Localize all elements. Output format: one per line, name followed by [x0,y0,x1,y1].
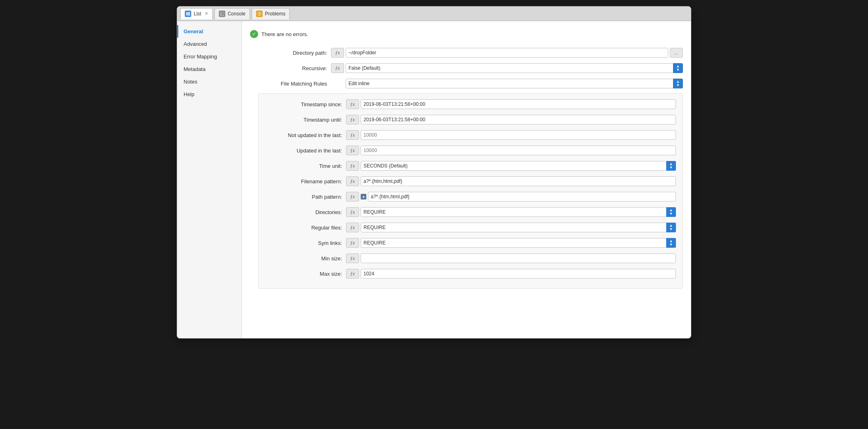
main-window: List ✕ >_ Console ! Problems General Adv… [177,6,691,339]
status-bar: ✓ There are no errors. [250,28,683,41]
updated-input[interactable] [361,146,676,155]
filename-pattern-fx[interactable]: ƒx [346,176,359,186]
problems-tab-label: Problems [265,11,286,17]
sidebar-item-error-mapping[interactable]: Error Mapping [177,50,242,63]
inline-fields-section: Timestamp since: ƒx Timestamp until: ƒx … [258,93,683,289]
sidebar-advanced-label: Advanced [184,41,207,47]
max-size-input[interactable] [361,269,676,279]
svg-text:>_: >_ [220,13,224,15]
path-pattern-small-icon: ■ [361,194,366,199]
path-pattern-input[interactable] [368,192,676,202]
path-pattern-label: Path pattern: [265,194,346,200]
sidebar-help-label: Help [184,91,195,97]
sidebar-metadata-label: Metadata [184,66,205,72]
updated-fx[interactable]: ƒx [346,146,359,155]
sym-links-row: Sym links: ƒx REQUIRE ALLOW DENY ▲▼ [265,237,676,249]
file-matching-row: File Matching Rules Edit inline Use exte… [250,78,683,89]
max-size-fx[interactable]: ƒx [346,269,359,279]
status-text: There are no errors. [261,31,308,37]
timestamp-since-row: Timestamp since: ƒx [265,99,676,110]
directory-path-label: Directory path: [250,50,331,56]
max-size-label: Max size: [265,271,346,277]
svg-rect-2 [188,13,190,14]
regular-files-select[interactable]: REQUIRE ALLOW DENY [361,223,676,232]
sym-links-select[interactable]: REQUIRE ALLOW DENY [361,238,676,248]
sidebar: General Advanced Error Mapping Metadata … [177,21,242,338]
directories-select[interactable]: REQUIRE ALLOW DENY [361,207,676,217]
list-tab-label: List [194,11,201,17]
recursive-row: Recursive: ƒx False (Default) True ▲▼ [250,62,683,74]
time-unit-fx[interactable]: ƒx [346,161,359,171]
sidebar-item-general[interactable]: General [177,25,242,38]
sym-links-label: Sym links: [265,240,346,246]
directory-path-input[interactable] [346,48,668,58]
not-updated-label: Not updated in the last: [265,132,346,138]
directory-path-fx[interactable]: ƒx [331,48,344,58]
filename-pattern-row: Filename pattern: ƒx [265,176,676,187]
content-panel: ✓ There are no errors. Directory path: ƒ… [242,21,691,338]
min-size-label: Min size: [265,255,346,262]
recursive-label: Recursive: [250,65,331,71]
not-updated-row: Not updated in the last: ƒx [265,129,676,141]
time-unit-label: Time unit: [265,163,346,169]
timestamp-until-input[interactable] [361,115,676,124]
console-tab-icon: >_ [219,11,225,17]
recursive-fx[interactable]: ƒx [331,63,344,73]
time-unit-row: Time unit: ƒx SECONDS (Default) MINUTES … [265,160,676,172]
list-tab-icon [185,11,191,17]
timestamp-until-row: Timestamp until: ƒx [265,114,676,125]
file-matching-label: File Matching Rules [250,81,331,87]
min-size-row: Min size: ƒx [265,253,676,264]
not-updated-input[interactable] [361,130,676,140]
console-tab-label: Console [228,11,246,17]
list-tab-close[interactable]: ✕ [205,11,208,16]
timestamp-until-label: Timestamp until: [265,117,346,123]
directory-path-row: Directory path: ƒx ... [250,47,683,58]
tab-console[interactable]: >_ Console [214,8,250,19]
updated-row: Updated in the last: ƒx [265,145,676,156]
tab-problems[interactable]: ! Problems [252,8,290,19]
tab-bar: List ✕ >_ Console ! Problems [177,6,691,21]
main-area: General Advanced Error Mapping Metadata … [177,21,691,338]
regular-files-fx[interactable]: ƒx [346,223,359,232]
directories-fx[interactable]: ƒx [346,207,359,217]
status-icon: ✓ [250,30,258,38]
directories-label: Directories: [265,209,346,215]
directories-row: Directories: ƒx REQUIRE ALLOW DENY ▲▼ [265,206,676,218]
time-unit-select[interactable]: SECONDS (Default) MINUTES HOURS DAYS [361,161,676,171]
timestamp-until-fx[interactable]: ƒx [346,115,359,124]
min-size-input[interactable] [361,253,676,263]
sym-links-fx[interactable]: ƒx [346,238,359,248]
svg-rect-3 [188,15,190,15]
problems-tab-icon: ! [256,11,263,17]
not-updated-fx[interactable]: ƒx [346,130,359,140]
filename-pattern-label: Filename pattern: [265,178,346,184]
tab-list[interactable]: List ✕ [180,8,213,19]
svg-rect-1 [188,12,190,13]
min-size-fx[interactable]: ƒx [346,253,359,263]
sidebar-item-advanced[interactable]: Advanced [177,38,242,50]
timestamp-since-input[interactable] [361,99,676,109]
filename-pattern-input[interactable] [361,176,676,186]
sidebar-item-metadata[interactable]: Metadata [177,63,242,75]
updated-label: Updated in the last: [265,148,346,154]
max-size-row: Max size: ƒx [265,268,676,279]
sidebar-item-notes[interactable]: Notes [177,75,242,88]
sidebar-error-mapping-label: Error Mapping [184,54,217,60]
svg-rect-0 [186,12,188,15]
regular-files-row: Regular files: ƒx REQUIRE ALLOW DENY ▲▼ [265,222,676,233]
file-matching-select[interactable]: Edit inline Use external file [346,79,683,88]
timestamp-since-label: Timestamp since: [265,101,346,107]
directory-path-browse[interactable]: ... [670,48,683,58]
path-pattern-row: Path pattern: ƒx ■ [265,191,676,202]
sidebar-notes-label: Notes [184,79,197,85]
path-pattern-fx[interactable]: ƒx [346,192,359,202]
recursive-select[interactable]: False (Default) True [346,63,683,73]
timestamp-since-fx[interactable]: ƒx [346,99,359,109]
sidebar-general-label: General [184,28,203,34]
sidebar-item-help[interactable]: Help [177,88,242,101]
svg-text:!: ! [259,12,260,16]
regular-files-label: Regular files: [265,225,346,231]
